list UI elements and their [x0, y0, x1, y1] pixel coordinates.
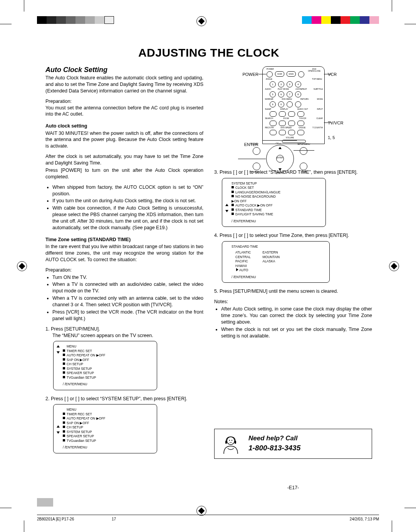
notes-label: Notes: [214, 299, 372, 305]
remote-label-power: POWER [228, 72, 258, 77]
step-3: 3. Press [ ] or [ ] to select “STANDARD … [214, 169, 372, 176]
print-footer-right: 24/2/03, 7:13 PM [350, 517, 379, 521]
print-footer-center: 17 [112, 517, 116, 521]
help-title: Need help? Call [248, 434, 300, 443]
left-column: Auto Clock Setting The Auto Clock featur… [45, 66, 203, 459]
osd-menu-1: MENU TIMER REC SET AUTO REPEAT ON ▶OFF S… [53, 341, 157, 390]
grayscale-swatch [37, 16, 114, 24]
page-number: -E17- [287, 485, 299, 491]
page-tab [37, 498, 53, 507]
operator-icon [220, 433, 242, 455]
right-column: POWER DVDOPEN/CLOSE VCRDVD ANGLETOP MENU… [214, 66, 372, 459]
osd-standard-time: STANDARD TIME ATLANTIC CENTRAL PACIFIC H… [222, 241, 330, 283]
step-5: 5. Press [SETUP/MENU] until the menu scr… [214, 288, 372, 295]
osd-system-setup: SYSTEM SETUP CLOCK SET LANGUAGE/IDIOMA/L… [222, 178, 326, 227]
step-2: 2. Press [ ] or [ ] to select “SYSTEM SE… [45, 396, 203, 402]
tz-bullets: Turn ON the TV. When a TV is connected w… [52, 274, 203, 322]
acs-bullets: When shipped from factory, the AUTO CLOC… [52, 184, 203, 231]
notes-list: After Auto Clock setting, in some case t… [221, 306, 372, 339]
svg-point-3 [229, 440, 230, 440]
svg-point-0 [227, 437, 235, 445]
remote-label-vcr: VCR [328, 72, 359, 77]
tz-prep-label: Preparation: [45, 267, 203, 274]
svg-rect-2 [235, 441, 236, 444]
acs-p1: WAIT 30 MINUTES! when the power switch i… [45, 130, 203, 150]
svg-point-4 [231, 440, 232, 440]
step-1: 1. Press [SETUP/MENU].The “MENU” screen … [45, 326, 203, 339]
remote-label-steps: 1, 5 [328, 135, 359, 141]
help-box: Need help? Call 1-800-813-3435 [214, 429, 372, 459]
acs-p3: Press [POWER] to turn on the unit after … [45, 167, 203, 180]
acs-p2: After the clock is set automatically, yo… [45, 153, 203, 166]
svg-rect-1 [225, 441, 227, 444]
prep-text: Preparation:You must set the antenna con… [45, 98, 203, 118]
remote-dpad-area: SOUND CH ▲ SETUP/MENU ENTER T FADER CH ▼ [214, 147, 372, 148]
color-swatch [302, 16, 379, 24]
tz-p1: In the rare event that you live within b… [45, 243, 203, 263]
print-footer-left: 2B80201A [E] P17-26 [37, 517, 74, 521]
osd-menu-2: MENU TIMER REC SET AUTO REPEAT ON ▶OFF S… [53, 404, 157, 453]
remote-label-tvvcr: TV/VCR [328, 120, 359, 126]
section-heading: Auto Clock Setting [45, 66, 203, 73]
remote-diagram: POWER DVDOPEN/CLOSE VCRDVD ANGLETOP MENU… [228, 66, 359, 147]
step-4: 4. Press [ ] or [ ] to select your Time … [214, 232, 372, 239]
tz-heading: Time Zone setting (STANDARD TIME) [45, 237, 203, 243]
acs-heading: Auto clock setting [45, 123, 203, 129]
page-title: ADJUSTING THE CLOCK [45, 47, 372, 59]
intro-text: The Auto Clock feature enables the autom… [45, 75, 203, 94]
help-phone: 1-800-813-3435 [248, 443, 300, 453]
footer-rule [37, 515, 379, 515]
